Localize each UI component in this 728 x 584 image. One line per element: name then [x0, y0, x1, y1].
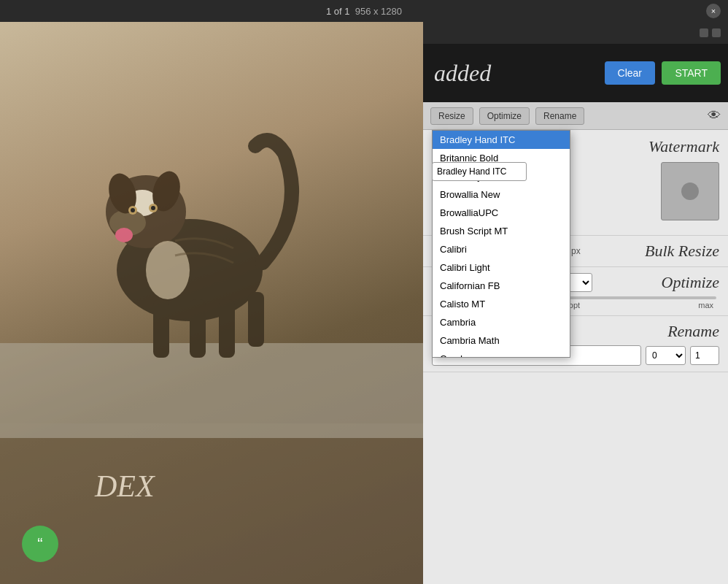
slider-opt-label: opt [569, 301, 580, 310]
dimensions-label: 956 x 1280 [355, 6, 402, 17]
optimize-title: Optimize [662, 273, 719, 292]
font-list-item[interactable]: Bradley Hand ITC [433, 131, 570, 149]
svg-point-17 [146, 241, 190, 299]
files-added-text: added [434, 60, 491, 87]
main-layout: DEX “ added Clear START Resize Optimize … [0, 22, 728, 584]
svg-rect-0 [0, 423, 423, 584]
dog-image: DEX “ [0, 22, 423, 584]
close-button[interactable]: × [706, 4, 721, 18]
font-list-item[interactable]: Browallia New [433, 185, 570, 204]
counter-end-input[interactable] [690, 346, 719, 365]
svg-rect-13 [153, 299, 169, 358]
svg-rect-14 [190, 299, 206, 358]
window-close-button[interactable] [712, 28, 721, 37]
svg-rect-1 [0, 343, 423, 438]
watermark-dot [681, 182, 699, 200]
font-list-item[interactable]: Candara [433, 350, 570, 357]
bulk-resize-title: Bulk Resize [645, 242, 719, 261]
top-bar: 1 of 1 956 x 1280 × [0, 0, 728, 22]
pagination-label: 1 of 1 [326, 6, 350, 17]
toolbar-row: Resize Optimize Rename 👁 [423, 102, 728, 130]
watermark-preview [661, 162, 719, 220]
slider-max-label: max [698, 301, 713, 310]
dog-silhouette [0, 22, 423, 584]
counter-start-select[interactable]: 0 [646, 346, 686, 365]
optimize-toolbar-btn[interactable]: Optimize [479, 107, 530, 125]
eye-icon[interactable]: 👁 [708, 108, 721, 123]
font-list-item[interactable]: Calibri [433, 240, 570, 258]
font-list-item[interactable]: Brush Script MT [433, 222, 570, 240]
font-list-item[interactable]: Calisto MT [433, 295, 570, 313]
quote-button[interactable]: “ [22, 526, 58, 562]
font-list-item[interactable]: BrowalliaUPC [433, 204, 570, 222]
svg-point-12 [151, 206, 155, 210]
window-header [423, 22, 728, 44]
quote-icon: “ [37, 534, 42, 553]
watermark-section: Watermark 96 B I U [423, 130, 728, 236]
font-list-item[interactable]: Californian FB [433, 277, 570, 295]
font-name-input[interactable] [432, 162, 527, 181]
clear-button[interactable]: Clear [605, 61, 655, 85]
right-panel: added Clear START Resize Optimize Rename… [423, 22, 728, 584]
svg-rect-16 [248, 292, 264, 347]
svg-point-10 [131, 208, 135, 212]
font-list-item[interactable]: Calibri Light [433, 258, 570, 277]
dex-text: DEX [95, 469, 155, 504]
resize-toolbar-btn[interactable]: Resize [430, 107, 473, 125]
font-list-item[interactable]: Cambria Math [433, 331, 570, 350]
px-label: px [571, 246, 581, 256]
rename-title: Rename [667, 322, 719, 341]
rename-toolbar-btn[interactable]: Rename [535, 107, 584, 125]
font-list-item[interactable]: Cambria [433, 313, 570, 331]
svg-point-6 [115, 228, 133, 242]
image-panel: DEX “ [0, 22, 423, 584]
start-button[interactable]: START [662, 61, 721, 85]
minimize-button[interactable] [700, 28, 708, 37]
files-added-area: added Clear START [423, 44, 728, 102]
svg-rect-15 [219, 299, 235, 358]
